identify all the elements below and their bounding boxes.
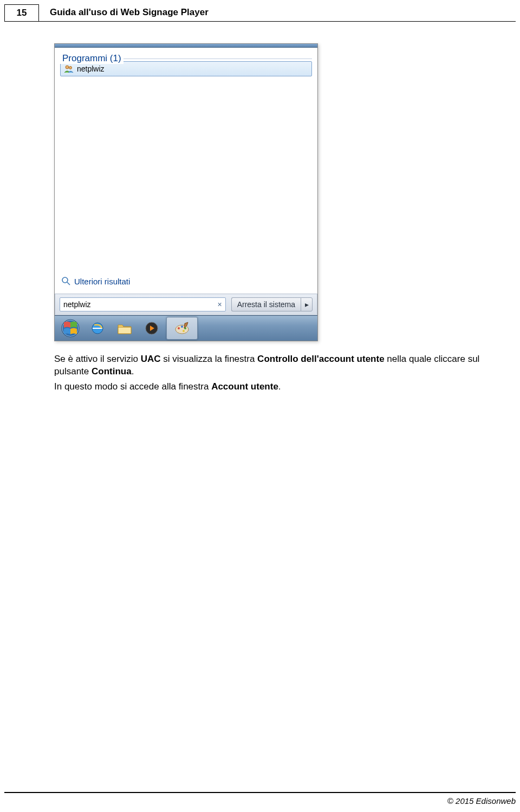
search-input[interactable]: netplwiz ×: [60, 297, 226, 311]
svg-point-10: [181, 326, 183, 328]
results-empty-area: [60, 81, 312, 273]
copyright: © 2015 Edisonweb: [447, 796, 516, 805]
more-results-link[interactable]: Ulteriori risultati: [60, 273, 312, 291]
body-text: Se è attivo il servizio UAC si visualizz…: [54, 353, 487, 393]
svg-point-0: [66, 66, 69, 69]
svg-point-7: [146, 322, 158, 334]
svg-point-6: [92, 323, 103, 334]
programs-group-label: Programmi (1): [60, 53, 123, 64]
paragraph-2: In questo modo si accede alla finestra A…: [54, 381, 487, 393]
page-number: 15: [4, 4, 39, 22]
svg-point-2: [62, 277, 68, 283]
folder-icon: [117, 322, 132, 335]
svg-point-1: [69, 67, 72, 69]
taskbar-explorer[interactable]: [112, 319, 137, 337]
media-player-icon: [145, 321, 159, 335]
window-titlebar: [55, 44, 317, 48]
svg-line-3: [67, 282, 70, 285]
more-results-label: Ulteriori risultati: [74, 277, 130, 286]
startmenu-bottom-bar: netplwiz × Arresta il sistema ▸: [55, 294, 317, 315]
svg-point-8: [176, 325, 188, 334]
taskbar-ie[interactable]: [85, 319, 110, 337]
taskbar-paint-active[interactable]: [166, 317, 198, 340]
ie-icon: [90, 321, 105, 336]
windows-orb-icon: [61, 319, 80, 338]
start-button[interactable]: [58, 319, 83, 337]
page-footer: © 2015 Edisonweb: [4, 792, 516, 805]
taskbar-mediaplayer[interactable]: [139, 319, 164, 337]
svg-point-4: [62, 320, 79, 337]
svg-point-5: [62, 320, 79, 336]
taskbar: [55, 315, 317, 341]
search-input-value: netplwiz: [63, 300, 91, 309]
paint-icon: [174, 321, 190, 335]
chevron-right-icon: ▸: [305, 300, 309, 309]
svg-point-12: [183, 330, 185, 332]
svg-point-9: [178, 327, 180, 329]
paragraph-1: Se è attivo il servizio UAC si visualizz…: [54, 353, 487, 378]
shutdown-menu-arrow[interactable]: ▸: [301, 297, 313, 311]
shutdown-label: Arresta il sistema: [237, 300, 295, 309]
shutdown-button[interactable]: Arresta il sistema: [231, 297, 301, 311]
search-result-label: netplwiz: [77, 64, 105, 73]
clear-search-icon[interactable]: ×: [217, 300, 222, 309]
svg-point-11: [184, 327, 186, 329]
page-title: Guida all'uso di Web Signage Player: [39, 4, 516, 22]
users-icon: [64, 64, 74, 74]
startmenu-screenshot: Programmi (1) netplwiz: [54, 43, 318, 341]
search-icon: [61, 276, 71, 286]
